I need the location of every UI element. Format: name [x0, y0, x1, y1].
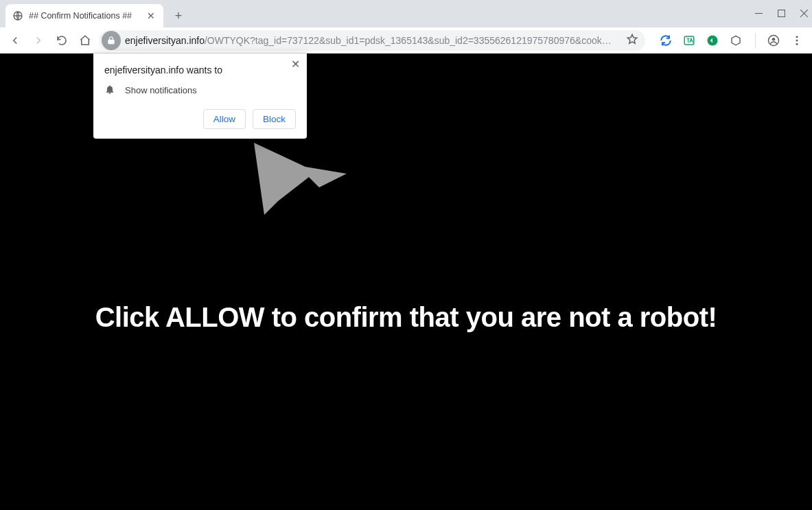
new-tab-button[interactable]: + — [169, 6, 188, 25]
forward-button[interactable] — [29, 31, 48, 50]
allow-button[interactable]: Allow — [203, 109, 246, 129]
svg-point-8 — [796, 43, 798, 45]
permission-capability-row: Show notifications — [104, 84, 296, 97]
permission-actions: Allow Block — [104, 109, 296, 129]
window-close-button[interactable] — [800, 8, 808, 19]
home-button[interactable] — [76, 31, 95, 50]
notification-permission-dialog: ✕ enjefiversityan.info wants to Show not… — [93, 54, 307, 139]
url-host: enjefiversityan.info — [125, 35, 205, 46]
cube-ext-icon[interactable] — [729, 34, 743, 47]
reload-button[interactable] — [52, 31, 71, 50]
svg-marker-9 — [254, 143, 347, 215]
svg-point-5 — [772, 37, 776, 40]
permission-origin-text: enjefiversityan.info wants to — [104, 65, 296, 76]
svg-rect-1 — [778, 10, 785, 17]
kebab-menu-icon[interactable] — [787, 31, 807, 50]
tab-title: ## Confirm Notifications ## — [29, 11, 132, 21]
svg-point-6 — [796, 36, 798, 38]
adblock-ext-icon[interactable] — [706, 34, 719, 47]
bell-icon — [104, 84, 115, 97]
site-info-lock-icon[interactable] — [102, 31, 121, 50]
url-path: /OWTYQK?tag_id=737122&sub_id1=pdsk_13651… — [205, 35, 612, 46]
sync-icon[interactable] — [659, 34, 673, 47]
address-bar[interactable]: enjefiversityan.info/OWTYQK?tag_id=73712… — [99, 30, 645, 51]
permission-capability-text: Show notifications — [125, 85, 197, 95]
hero-message: Click ALLOW to confirm that you are not … — [0, 302, 812, 333]
window-controls — [755, 0, 808, 27]
globe-icon — [12, 10, 23, 21]
bookmark-star-icon[interactable] — [626, 33, 638, 47]
toolbar-divider — [755, 33, 756, 48]
back-button[interactable] — [5, 31, 25, 50]
browser-tab[interactable]: ## Confirm Notifications ## ✕ — [5, 4, 163, 27]
profile-avatar-icon[interactable] — [764, 31, 783, 50]
url-text: enjefiversityan.info/OWTYQK?tag_id=73712… — [125, 35, 622, 46]
window-maximize-button[interactable] — [778, 8, 785, 19]
window-minimize-button[interactable] — [755, 8, 763, 19]
svg-point-7 — [796, 39, 798, 41]
tab-close-icon[interactable]: ✕ — [146, 10, 156, 22]
block-button[interactable]: Block — [253, 109, 296, 129]
translate-ext-icon[interactable] — [682, 34, 696, 47]
page-content: ✕ enjefiversityan.info wants to Show not… — [0, 54, 812, 510]
tab-strip: ## Confirm Notifications ## ✕ + — [0, 0, 812, 27]
dialog-close-icon[interactable]: ✕ — [291, 59, 300, 70]
extension-icons — [649, 34, 747, 47]
browser-toolbar: enjefiversityan.info/OWTYQK?tag_id=73712… — [0, 27, 812, 54]
